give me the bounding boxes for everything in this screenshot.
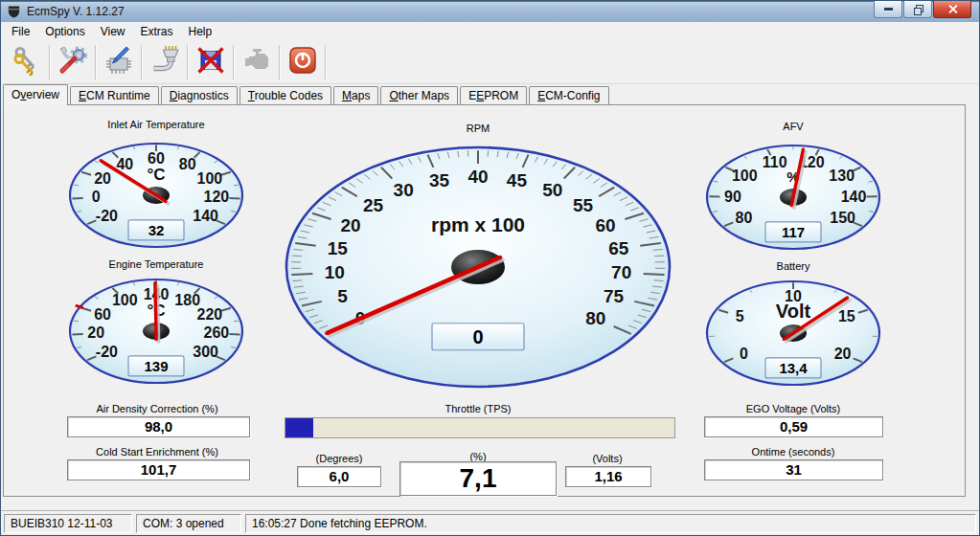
gauge-tick-label: 30 xyxy=(394,180,414,200)
app-icon xyxy=(7,5,21,19)
window-title: EcmSpy V. 1.12.27 xyxy=(27,5,125,18)
gauge-tick-label: 60 xyxy=(94,306,111,323)
tab-other-maps[interactable]: Other Maps xyxy=(380,86,458,104)
menu-extras[interactable]: Extras xyxy=(133,22,181,41)
gauge-tick-label: 60 xyxy=(595,215,615,235)
throttle-percent-value: 7,1 xyxy=(399,461,557,496)
gauge-title: Battery xyxy=(777,260,810,272)
gauge-tick-label: 65 xyxy=(608,238,629,258)
gauge-tick-label: 75 xyxy=(604,286,625,306)
gauge-tick-label: 100 xyxy=(197,170,223,187)
tab-trouble-codes[interactable]: Trouble Codes xyxy=(239,86,331,104)
gauge-rpm: RPM05101520253035404550556065707580rpm x… xyxy=(286,123,670,387)
restore-button[interactable] xyxy=(903,1,932,18)
menu-help[interactable]: Help xyxy=(181,22,220,41)
toolbar-separator xyxy=(49,45,51,79)
gauge-title: RPM xyxy=(467,123,490,134)
power-off-button[interactable] xyxy=(282,43,324,81)
gauge-engine-temperature: Engine Temperature-202060100140180220260… xyxy=(70,258,242,383)
restore-icon xyxy=(914,5,923,13)
ego-voltage-value: 0,59 xyxy=(704,416,883,437)
gauge-value: 117 xyxy=(782,224,805,240)
gauge-tick-label: 100 xyxy=(112,292,138,308)
tab-maps[interactable]: Maps xyxy=(333,86,378,104)
air-density-label: Air Density Correction (%) xyxy=(42,403,272,414)
gauge-tick-label: 5 xyxy=(337,286,348,306)
window-controls xyxy=(873,1,971,18)
gauge-value: 0 xyxy=(472,326,483,347)
keys-button[interactable] xyxy=(6,43,48,81)
throttle-label: Throttle (TPS) xyxy=(325,403,631,414)
menu-view[interactable]: View xyxy=(93,22,133,41)
gauge-tick-label: 5 xyxy=(736,308,744,324)
gauge-tick-label: 80 xyxy=(179,156,196,172)
throttle-volts-value: 1,16 xyxy=(565,466,651,487)
gauge-tick-label: 50 xyxy=(542,180,562,200)
close-icon xyxy=(947,4,958,14)
gauge-tick-label: 110 xyxy=(763,154,787,170)
throttle-progressbar xyxy=(285,417,675,438)
tab-ecm-config[interactable]: ECM-Config xyxy=(529,86,608,104)
tab-diagnostics[interactable]: Diagnostics xyxy=(161,86,238,104)
tabstrip: OverviewECM RuntimeDiagnosticsTrouble Co… xyxy=(3,85,964,104)
gauge-tick-label: 150 xyxy=(830,210,855,226)
settings-tools-button[interactable] xyxy=(52,43,94,81)
chip-edit-button[interactable] xyxy=(98,43,140,81)
keys-icon xyxy=(11,45,42,79)
gauge-tick-label: 15 xyxy=(838,308,855,324)
toolbar-separator xyxy=(325,45,327,79)
engine-button xyxy=(236,43,278,81)
throttle-degrees-value: 6,0 xyxy=(297,466,381,487)
menu-options[interactable]: Options xyxy=(37,22,92,41)
minimize-icon xyxy=(884,8,893,11)
gauge-unit: rpm x 100 xyxy=(431,213,525,235)
gauge-inlet-air-temperature: Inlet Air Temperature-200204060801001201… xyxy=(70,119,242,247)
close-button[interactable] xyxy=(933,1,971,18)
gauge-title: Engine Temperature xyxy=(109,258,204,270)
gauge-tick-label: -20 xyxy=(96,208,118,224)
ontime-label: Ontime (seconds) xyxy=(678,446,908,458)
gauge-tick-label: 20 xyxy=(87,324,104,341)
gauge-tick-label: 80 xyxy=(585,308,605,328)
tab-ecm-runtime[interactable]: ECM Runtime xyxy=(70,86,159,104)
gauge-tick-label: 220 xyxy=(197,306,223,323)
no-save-icon xyxy=(195,45,226,79)
gauge-tick-label: 15 xyxy=(328,238,349,258)
statusbar: BUEIB310 12-11-03COM: 3 opened16:05:27 D… xyxy=(1,510,979,535)
gauge-tick-label: 55 xyxy=(573,195,594,215)
gauge-tick-label: -20 xyxy=(96,344,118,360)
gauge-tick-label: 40 xyxy=(116,156,133,172)
minimize-button[interactable] xyxy=(874,1,902,18)
ontime-value: 31 xyxy=(704,459,883,480)
menu-file[interactable]: File xyxy=(4,22,37,41)
serial-connector-icon xyxy=(149,45,180,79)
tab-eeprom[interactable]: EEPROM xyxy=(460,86,527,104)
status-panel-1: BUEIB310 12-11-03 xyxy=(4,514,132,533)
gauge-needle xyxy=(155,283,156,340)
gauge-tick-label: 40 xyxy=(467,167,488,187)
no-save-button[interactable] xyxy=(190,43,232,81)
chip-edit-icon xyxy=(103,45,134,79)
titlebar: EcmSpy V. 1.12.27 xyxy=(1,1,979,22)
toolbar xyxy=(1,41,979,84)
gauge-tick-label: 10 xyxy=(325,262,345,282)
gauge-tick-label: 300 xyxy=(193,344,218,360)
toolbar-separator xyxy=(141,45,143,79)
tab-overview[interactable]: Overview xyxy=(3,84,68,105)
gauge-afv: AFV8090100110120130140150%117 xyxy=(707,121,879,249)
power-off-icon xyxy=(287,45,318,79)
gauge-tick-label: 20 xyxy=(340,215,360,235)
ego-voltage-label: EGO Voltage (Volts) xyxy=(678,403,908,414)
toolbar-separator xyxy=(95,45,97,79)
settings-tools-icon xyxy=(57,45,88,79)
gauge-tick-label: 140 xyxy=(193,208,218,224)
engine-icon xyxy=(241,45,272,79)
serial-connector-button[interactable] xyxy=(144,43,186,81)
gauge-tick-label: 0 xyxy=(92,189,101,205)
toolbar-separator xyxy=(233,45,235,79)
air-density-value: 98,0 xyxy=(67,416,250,437)
gauge-tick-label: 80 xyxy=(735,210,752,226)
gauge-tick-label: 120 xyxy=(204,189,230,205)
gauge-title: Inlet Air Temperature xyxy=(107,119,204,130)
throttle-progress-fill xyxy=(285,418,313,437)
